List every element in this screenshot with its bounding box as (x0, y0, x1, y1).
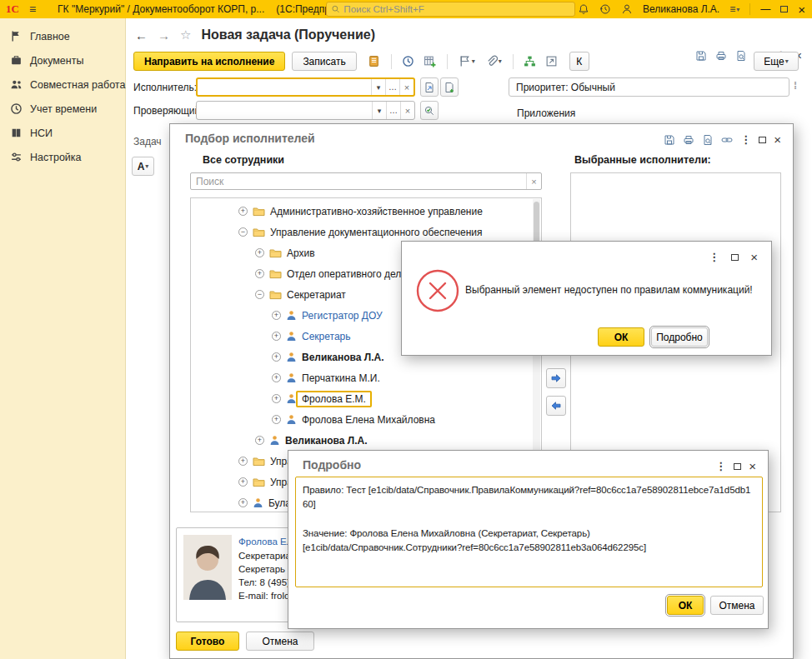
expand-icon[interactable]: + (255, 269, 264, 278)
maximize-dialog-icon[interactable] (734, 463, 741, 470)
more-actions-button[interactable]: Еще▾ (754, 52, 799, 71)
maximize-dialog-icon[interactable] (731, 254, 739, 261)
minimize-button[interactable]: — (760, 3, 770, 15)
maximize-dialog-icon[interactable] (759, 137, 766, 143)
add-to-calendar-icon[interactable] (419, 52, 441, 71)
tree-item-label[interactable]: Отдел оперативного делоп (287, 268, 413, 280)
details-dialog-title[interactable]: Подробно (303, 458, 361, 472)
tree-item[interactable]: +Перчаткина М.И. (191, 367, 541, 388)
expand-icon[interactable]: + (272, 394, 281, 403)
sidebar-item-time-tracking[interactable]: Учет времени (0, 97, 125, 121)
save-icon[interactable] (695, 50, 707, 62)
more-menu-icon[interactable]: ⋮ (740, 134, 751, 145)
picker-dialog-title[interactable]: Подбор исполнителей (185, 132, 315, 145)
service-menu-icon[interactable]: ≡▾ (729, 3, 739, 15)
history-icon[interactable] (599, 3, 611, 15)
expand-icon[interactable]: + (238, 457, 248, 466)
tree-item-label[interactable]: Архив (287, 247, 315, 259)
reviewer-dropdown-icon[interactable]: ▾ (372, 102, 386, 119)
done-button[interactable]: Готово (176, 632, 239, 651)
forward-button[interactable]: → (158, 28, 170, 42)
cancel-button[interactable]: Отмена (710, 596, 764, 615)
details-button[interactable]: Подробно (651, 327, 708, 347)
sidebar-item-main[interactable]: Главное (0, 24, 125, 48)
tree-item-label[interactable]: Великанова Л.А. (302, 352, 384, 363)
tree-item-label[interactable]: Перчаткина М.И. (302, 372, 380, 384)
expand-icon[interactable]: + (238, 207, 248, 216)
journal-icon[interactable] (363, 52, 385, 71)
collapse-icon[interactable]: − (255, 290, 264, 299)
expand-icon[interactable]: + (272, 332, 281, 341)
expand-icon[interactable]: + (238, 498, 248, 507)
tree-item[interactable]: −Управление документационного обеспечени… (191, 222, 541, 242)
reviewer-combo[interactable]: ▾ … × (196, 101, 415, 120)
move-left-button[interactable] (546, 396, 566, 416)
tree-item-label[interactable]: Административно-хозяйственное управление (270, 206, 483, 217)
move-right-button[interactable] (546, 368, 566, 388)
expand-icon[interactable]: + (255, 248, 264, 257)
tree-item-label[interactable]: Фролова Елена Михайловна (302, 414, 435, 426)
executor-clear-icon[interactable]: × (399, 79, 414, 95)
expand-icon[interactable]: + (272, 373, 281, 382)
main-menu-icon[interactable]: ≡ (29, 2, 36, 16)
close-dialog-icon[interactable]: × (749, 460, 756, 472)
expand-icon[interactable]: + (272, 352, 281, 362)
sidebar-item-settings[interactable]: Настройка (0, 145, 125, 169)
print-icon[interactable] (683, 134, 694, 146)
priority-field[interactable]: Приоритет: Обычный (509, 77, 789, 97)
print-icon[interactable] (715, 50, 727, 62)
ok-button[interactable]: ОК (667, 596, 704, 615)
reviewer-input[interactable] (197, 102, 372, 119)
tree-item[interactable]: +Фролова Елена Михайловна (191, 409, 541, 430)
global-search-input[interactable] (343, 4, 570, 14)
tree-item-label[interactable]: Регистратор ДОУ (302, 310, 383, 322)
sidebar-item-documents[interactable]: Документы (0, 48, 125, 72)
importance-flag-icon[interactable]: ▾ (454, 52, 480, 71)
k-button[interactable]: К (569, 52, 589, 71)
notifications-bell-icon[interactable] (578, 3, 589, 15)
tree-item-label[interactable]: Управление документационного обеспечения (270, 227, 482, 238)
favorite-star-icon[interactable]: ☆ (180, 27, 191, 42)
save-icon[interactable] (664, 134, 675, 146)
close-dialog-icon[interactable]: × (750, 251, 758, 263)
back-button[interactable]: ← (135, 28, 148, 42)
close-dialog-icon[interactable]: × (774, 133, 781, 146)
subordination-structure-icon[interactable] (519, 52, 541, 71)
sidebar-item-nsi[interactable]: НСИ (0, 121, 125, 145)
employee-search[interactable]: × (190, 172, 542, 190)
tree-item[interactable]: +Великанова Л.А. (191, 430, 541, 451)
executor-dropdown-icon[interactable]: ▾ (371, 79, 385, 95)
font-button[interactable]: А▾ (132, 157, 154, 176)
more-menu-icon[interactable]: ⋮ (715, 461, 726, 472)
link-icon[interactable] (721, 134, 733, 146)
executor-open-button[interactable] (420, 77, 439, 97)
ok-button[interactable]: ОК (598, 327, 644, 347)
current-user[interactable]: Великанова Л.А. (643, 3, 719, 15)
tree-item-label[interactable]: Великанова Л.А. (285, 435, 368, 447)
more-menu-icon[interactable]: ⋮ (709, 252, 719, 262)
reviewer-clear-icon[interactable]: × (400, 102, 414, 119)
tree-item-label[interactable]: Секретариат (287, 289, 346, 301)
expand-icon[interactable]: + (255, 436, 264, 445)
reviewer-choose-icon[interactable]: … (386, 102, 400, 119)
tree-item[interactable]: +Фролова Е.М. (191, 388, 541, 409)
close-window-button[interactable]: × (798, 2, 805, 17)
sidebar-item-collaboration[interactable]: Совместная работа (0, 72, 125, 97)
employee-search-input[interactable] (191, 173, 526, 189)
expand-icon[interactable]: + (272, 415, 281, 424)
maximize-button[interactable] (780, 6, 788, 12)
time-tracking-icon[interactable] (398, 52, 419, 71)
reviewer-check-button[interactable] (420, 101, 439, 120)
attach-file-icon[interactable]: ▾ (480, 52, 507, 71)
expand-icon[interactable]: + (238, 477, 248, 487)
executor-pick-button[interactable] (440, 77, 459, 97)
collapse-icon[interactable]: − (238, 227, 248, 237)
user-icon[interactable] (621, 3, 633, 15)
rule-details-text[interactable]: Правило: Тест [e1cib/data/Справочник.Пра… (295, 477, 763, 587)
executor-combo[interactable]: ▾ … × (196, 77, 415, 97)
global-search[interactable] (326, 2, 575, 17)
executor-choose-icon[interactable]: … (385, 79, 399, 95)
grip-icon[interactable]: ⁞ (794, 80, 797, 92)
open-in-window-icon[interactable] (541, 52, 563, 71)
tree-item-label[interactable]: Фролова Е.М. (296, 391, 372, 407)
